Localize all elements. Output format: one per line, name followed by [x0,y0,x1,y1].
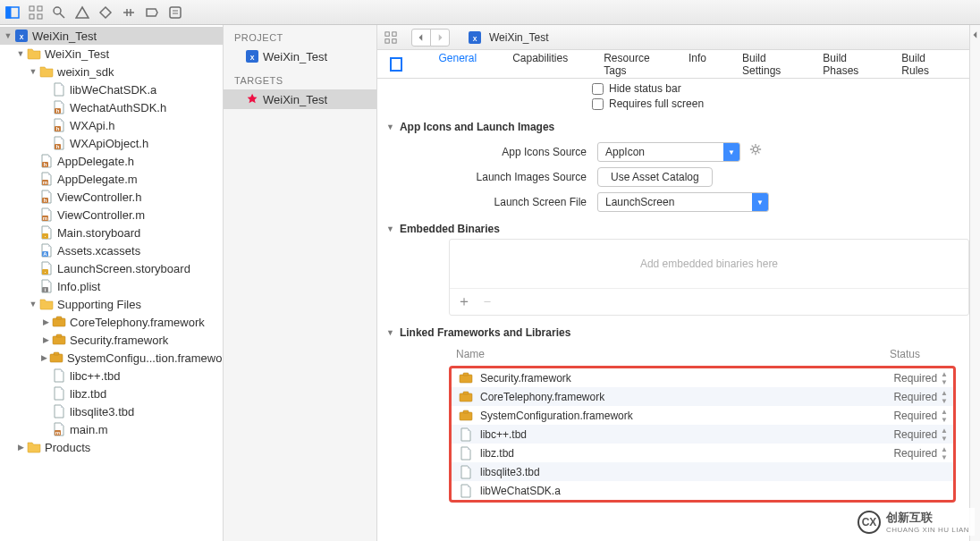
linked-name-header: Name [452,348,890,360]
project-item[interactable]: WeiXin_Test [224,46,376,66]
navigator-log-icon[interactable] [168,5,182,20]
file-icon: h [52,136,66,150]
navigator-project-icon[interactable] [5,5,20,20]
add-embedded-button[interactable]: ＋ [457,292,471,311]
nav-item[interactable]: iInfo.plist [0,277,223,295]
linked-status-header: Status [890,348,952,360]
project-header: PROJECT [224,29,376,46]
launch-file-select[interactable]: LaunchScreen▼ [597,192,769,212]
linked-list[interactable]: Security.frameworkRequired▲▼CoreTelephon… [449,366,956,503]
navigator-break-icon[interactable] [145,5,159,20]
nav-item[interactable]: libWeChatSDK.a [0,80,223,98]
tab-build-settings[interactable]: Build Settings [724,52,805,77]
tab-build-phases[interactable]: Build Phases [805,52,883,77]
svg-text:h: h [44,162,47,167]
hide-status-checkbox[interactable]: Hide status bar [592,82,969,95]
nav-item[interactable]: weixin_sdk [0,63,223,80]
use-asset-catalog-button[interactable]: Use Asset Catalog [597,167,713,187]
file-icon [459,484,473,498]
linked-row[interactable]: Security.frameworkRequired▲▼ [452,368,953,387]
full-screen-checkbox[interactable]: Requires full screen [592,97,969,110]
linked-row[interactable]: libz.tbdRequired▲▼ [452,444,953,462]
nav-item[interactable]: hWXApiObject.h [0,134,223,152]
tab-capabilities[interactable]: Capabilities [494,52,586,64]
linked-row[interactable]: libsqlite3.tbd [452,462,953,481]
svg-text:m: m [43,216,47,221]
file-icon [459,446,473,461]
nav-item[interactable]: SystemConfigu...tion.framework [0,349,223,367]
i-folder-icon [39,297,54,311]
i-doc-icon [52,386,66,401]
nav-item[interactable]: AAssets.xcassets [0,241,223,259]
tab-info[interactable]: Info [671,52,724,64]
navigator-issue-icon[interactable] [75,5,89,20]
nav-item[interactable]: WeiXin_Test [0,45,223,63]
file-icon: h [52,100,66,114]
navigator-search-icon[interactable] [52,5,66,20]
section-icons-header[interactable]: ▼App Icons and Launch Images [377,117,969,137]
file-icon [459,465,473,479]
breadcrumb[interactable]: WeiXin_Test [457,30,969,45]
right-rail[interactable] [969,25,980,541]
svg-text:h: h [56,126,60,131]
section-embedded-header[interactable]: ▼Embedded Binaries [377,219,969,239]
nav-item[interactable]: libsqlite3.tbd [0,402,223,420]
project-navigator[interactable]: WeiXin_TestWeiXin_Testweixin_sdklibWeCha… [0,25,224,541]
related-items-icon[interactable] [384,31,397,44]
nav-item[interactable]: ·LaunchScreen.storyboard [0,259,223,277]
target-item[interactable]: WeiXin_Test [224,89,376,109]
app-icon [245,92,259,106]
embedded-list[interactable]: Add embedded binaries here ＋ － [449,239,969,316]
outline-toggle-icon[interactable] [390,57,402,72]
linked-row[interactable]: CoreTelephony.frameworkRequired▲▼ [452,387,953,406]
nav-item[interactable]: Supporting Files [0,295,223,313]
linked-row[interactable]: libc++.tbdRequired▲▼ [452,425,953,444]
nav-item[interactable]: hViewController.h [0,188,223,206]
i-proj-icon [14,29,29,43]
section-linked-header[interactable]: ▼Linked Frameworks and Libraries [377,323,969,342]
i-brief-icon [52,315,66,329]
nav-item[interactable]: libz.tbd [0,385,223,402]
launch-images-label: Launch Images Source [377,171,597,183]
targets-header: TARGETS [224,72,376,89]
file-icon: h [52,118,66,132]
nav-item[interactable]: libc++.tbd [0,367,223,385]
svg-point-11 [54,7,61,14]
navigator-source-icon[interactable] [29,5,43,20]
linked-row[interactable]: libWeChatSDK.a [452,481,953,500]
nav-item[interactable]: hWechatAuthSDK.h [0,98,223,116]
file-icon: h [39,190,54,204]
nav-item[interactable]: CoreTelephony.framework [0,313,223,331]
history-back-button[interactable] [411,29,431,46]
i-folder-icon [27,46,41,61]
i-brief-icon [52,333,66,347]
app-icons-gear-icon[interactable] [749,143,762,156]
launch-file-label: Launch Screen File [377,196,597,208]
tab-general[interactable]: General [420,52,494,64]
nav-item[interactable]: mmain.m [0,420,223,438]
nav-item[interactable]: hAppDelegate.h [0,152,223,170]
nav-item[interactable]: Products [0,438,223,456]
nav-item[interactable]: WeiXin_Test [0,27,223,45]
navigator-test-icon[interactable] [98,5,113,20]
targets-panel: PROJECT WeiXin_Test TARGETS WeiXin_Test [224,25,377,541]
file-icon: h [39,154,54,168]
navigator-debug-icon[interactable] [122,5,136,20]
tab-resource-tags[interactable]: Resource Tags [586,52,671,77]
nav-item[interactable]: Security.framework [0,331,223,349]
left-toolbar [0,0,980,25]
file-icon: m [39,207,54,222]
briefcase-icon [459,409,473,423]
linked-row[interactable]: SystemConfiguration.frameworkRequired▲▼ [452,406,953,425]
file-icon: m [52,422,66,436]
nav-item[interactable]: ·Main.storyboard [0,224,223,241]
remove-embedded-button[interactable]: － [480,292,494,311]
nav-item[interactable]: mViewController.m [0,206,223,224]
tab-build-rules[interactable]: Build Rules [883,52,957,77]
nav-item[interactable]: hWXApi.h [0,116,223,134]
app-icons-select[interactable]: AppIcon▼ [597,142,740,162]
history-fwd-button[interactable] [430,29,450,46]
i-doc-icon [52,404,66,418]
nav-item[interactable]: mAppDelegate.m [0,170,223,188]
file-icon: A [39,243,54,258]
